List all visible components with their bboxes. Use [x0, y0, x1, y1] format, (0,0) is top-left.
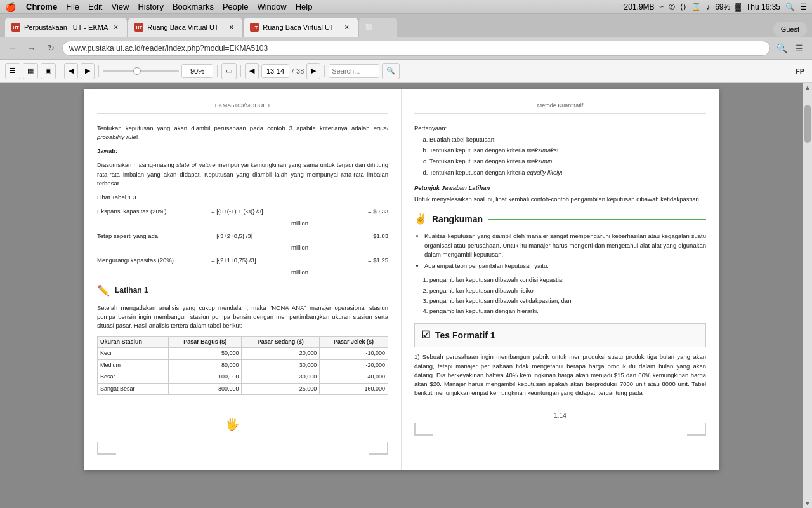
search-nav-button[interactable]: 🔍 — [774, 41, 789, 56]
latihan-title: ✏️ Latihan 1 — [97, 283, 388, 298]
menu-nav-button[interactable]: ☰ — [792, 41, 807, 56]
nav-buttons: ⟨⟩ — [680, 3, 686, 11]
latihan-box: ✏️ Latihan 1 Setelah mengadakan analisis… — [97, 283, 388, 395]
memory-indicator: ↑201.9MB — [620, 3, 655, 11]
calc-sub-2: million — [97, 243, 388, 252]
zoom-slider[interactable] — [103, 70, 179, 72]
tab-2-close[interactable]: ✕ — [227, 23, 236, 32]
pdf-search-input[interactable] — [329, 64, 379, 78]
toolbar-page-prev[interactable]: ◀ — [245, 63, 259, 79]
table-row: Sangat Besar 300,000 25,000 -160,000 — [98, 383, 388, 395]
refresh-button[interactable]: ↻ — [43, 41, 58, 56]
toolbar-grid-view[interactable]: ☰ — [5, 63, 20, 79]
page-footer-left — [97, 442, 388, 455]
spotlight-icon[interactable]: 🔍 — [785, 3, 795, 11]
datetime: Thu 16:35 — [746, 3, 780, 11]
tab-1-close[interactable]: ✕ — [112, 23, 121, 32]
corner-mark-bl-r — [414, 423, 433, 436]
zoom-input[interactable] — [181, 64, 213, 78]
pertanyaan-title: Pertanyaan: — [414, 124, 706, 133]
content-area: EKMA5103/MODUL 1 Tentukan keputusan yang… — [0, 83, 812, 508]
corner-mark-br-r — [687, 423, 706, 436]
tab-1[interactable]: UT Perpustakaan | UT - EKMA ✕ — [5, 18, 127, 37]
tes-heading: ☑ Tes Formatif 1 — [414, 323, 706, 347]
flexpaper-area: flexpaper — [84, 470, 719, 482]
tab-blank[interactable]: ⬜ — [359, 18, 397, 37]
toolbar-fit[interactable]: ▭ — [221, 63, 237, 79]
menu-chrome[interactable]: Chrome — [26, 2, 57, 11]
right-header: Metode Kuantitatif — [414, 102, 706, 114]
menu-edit[interactable]: Edit — [88, 2, 102, 11]
zoom-control — [103, 70, 179, 72]
tab-3[interactable]: UT Ruang Baca Virtual UT ✕ — [244, 18, 358, 37]
apple-menu[interactable]: 🍎 — [5, 2, 16, 12]
latihan-label: Latihan 1 — [115, 284, 148, 297]
guest-button[interactable]: Guest — [773, 22, 807, 37]
zoom-thumb[interactable] — [133, 67, 141, 75]
pdf-toolbar: ☰ ▦ ▣ ◀ ▶ ▭ ◀ / 38 ▶ 🔍 FP — [0, 60, 812, 83]
pdf-viewer[interactable]: EKMA5103/MODUL 1 Tentukan keputusan yang… — [0, 83, 803, 508]
menu-file[interactable]: File — [66, 2, 79, 11]
scroll-up-arrow[interactable]: ▲ — [804, 83, 811, 92]
latihan-table: Ukuran Stasiun Pasar Bagus ($) Pasar Sed… — [97, 336, 388, 396]
list-item: Tentukan keputusan dengan kriteria equal… — [429, 168, 706, 177]
pdf-content: EKMA5103/MODUL 1 Tentukan keputusan yang… — [0, 89, 803, 502]
rangkuman-line — [488, 219, 706, 220]
table-row: Besar 100,000 30,000 -40,000 — [98, 371, 388, 384]
scroll-down-arrow[interactable]: ▼ — [804, 498, 811, 508]
th-jelek: Pasar Jelek ($) — [320, 336, 388, 348]
back-button[interactable]: ← — [5, 41, 20, 56]
tab-2-title: Ruang Baca Virtual UT — [147, 23, 223, 31]
menu-history[interactable]: History — [138, 2, 163, 11]
scrollbar-thumb[interactable] — [804, 105, 811, 143]
toolbar-columns[interactable]: ▣ — [41, 63, 56, 79]
fp-badge: FP — [793, 67, 807, 75]
toolbar-sep-5 — [324, 65, 325, 77]
forward-button[interactable]: → — [24, 41, 39, 56]
wifi-icon: ≈ — [660, 3, 664, 11]
pdf-right-column: Metode Kuantitatif Pertanyaan: Buatlah t… — [402, 89, 719, 470]
menu-people[interactable]: People — [223, 2, 248, 11]
right-scrollbar[interactable]: ▲ ▼ — [803, 83, 812, 508]
pertanyaan-section: Pertanyaan: Buatlah tabel keputusan! Ten… — [414, 124, 706, 177]
latihan-text: Setelah mengadakan analisis yang cukup m… — [97, 304, 388, 331]
th-stasiun: Ukuran Stasiun — [98, 336, 169, 348]
page-input[interactable] — [261, 64, 289, 78]
calc-sub-1: million — [97, 219, 388, 228]
petunjuk-text: Untuk menyelesaikan soal ini, lihat kemb… — [414, 195, 706, 204]
list-item: Tentukan keputusan dengan kriteria maksi… — [429, 146, 706, 155]
tab-1-favicon: UT — [11, 23, 20, 32]
page-number: 1.14 — [414, 411, 706, 420]
pertanyaan-list: Buatlah tabel keputusan! Tentukan keputu… — [429, 135, 706, 177]
pdf-page: EKMA5103/MODUL 1 Tentukan keputusan yang… — [84, 89, 719, 470]
toolbar-layout[interactable]: ▦ — [23, 63, 38, 79]
toolbar-next-small[interactable]: ▶ — [81, 63, 95, 79]
nav-right-buttons: 🔍 ☰ — [774, 41, 807, 56]
menu-view[interactable]: View — [111, 2, 129, 11]
toolbar-page-next[interactable]: ▶ — [306, 63, 320, 79]
rangkuman-bullets: Kualitas keputusan yang diambil oleh man… — [424, 232, 706, 271]
menu-help[interactable]: Help — [296, 2, 313, 11]
address-bar[interactable]: www.pustaka.ut.ac.id/reader/index.php?mo… — [62, 41, 770, 56]
menu-bookmarks[interactable]: Bookmarks — [173, 2, 214, 11]
tab-2-favicon: UT — [134, 23, 143, 32]
toolbar-prev-small[interactable]: ◀ — [64, 63, 78, 79]
tab-2[interactable]: UT Ruang Baca Virtual UT ✕ — [128, 18, 242, 37]
tes-checkbox-icon: ☑ — [421, 328, 430, 343]
jawab-text: Diasumsikan masing-masing state of natur… — [97, 161, 388, 188]
toolbar-sep-4 — [240, 65, 241, 77]
left-header: EKMA5103/MODUL 1 — [97, 102, 388, 114]
list-item: pengambilan keputusan dibawah risiko — [429, 286, 706, 295]
list-item: Kualitas keputusan yang diambil oleh man… — [424, 232, 706, 259]
hand-cursor-icon: 🖐 — [225, 416, 239, 433]
lihat-tabel: Lihat Tabel 1.3. — [97, 193, 388, 202]
corner-mark-br — [369, 442, 388, 455]
page-footer-right — [414, 423, 706, 436]
tab-3-title: Ruang Baca Virtual UT — [263, 23, 339, 31]
tab-bar: UT Perpustakaan | UT - EKMA ✕ UT Ruang B… — [0, 14, 812, 37]
rangkuman-heading: ✌ Rangkuman — [414, 211, 706, 227]
tab-3-close[interactable]: ✕ — [343, 23, 351, 32]
menu-window[interactable]: Window — [257, 2, 286, 11]
pdf-search-btn[interactable]: 🔍 — [382, 63, 400, 79]
notification-icon[interactable]: ☰ — [800, 3, 807, 11]
